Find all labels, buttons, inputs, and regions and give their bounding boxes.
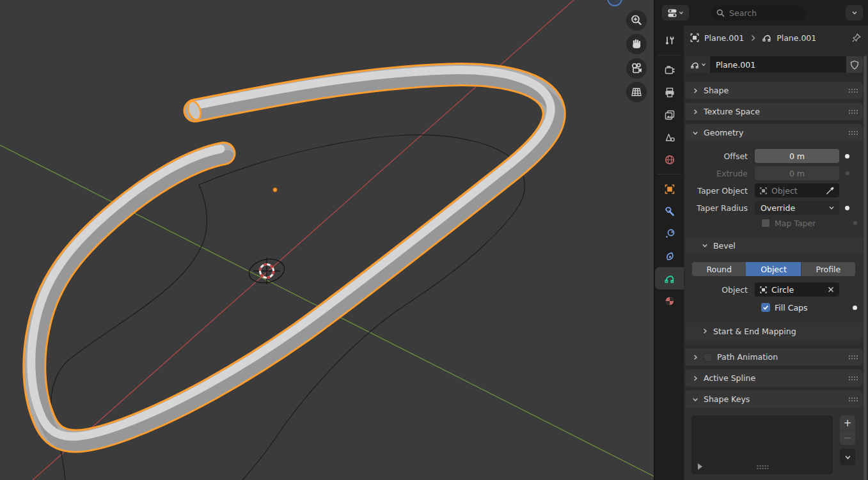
- list-filter-expand-icon[interactable]: [698, 463, 702, 470]
- tab-object[interactable]: [655, 178, 684, 200]
- bevel-mode-round[interactable]: Round: [692, 262, 746, 276]
- world-globe-icon: [664, 154, 675, 166]
- chevron-down-icon: [692, 130, 698, 136]
- pin-button[interactable]: [851, 33, 862, 43]
- drag-handle[interactable]: [848, 376, 858, 380]
- tab-tool[interactable]: [655, 29, 684, 52]
- fill-caps-checkbox[interactable]: [761, 303, 770, 312]
- curve-data-icon: [664, 273, 675, 284]
- editor-type-button[interactable]: [662, 5, 689, 20]
- panel-shape-keys-header[interactable]: Shape Keys: [685, 391, 863, 408]
- taper-object-field[interactable]: Object: [755, 183, 839, 197]
- chevron-right-icon: [692, 354, 698, 360]
- shield-icon: [850, 60, 859, 70]
- extrude-slider[interactable]: 0 m: [755, 166, 839, 180]
- drag-handle[interactable]: [848, 109, 858, 114]
- blender-window: Plane.001 Plane.001: [0, 0, 868, 480]
- drag-handle[interactable]: [848, 130, 858, 135]
- tab-scene[interactable]: [655, 126, 684, 148]
- offset-slider[interactable]: 0 m: [755, 149, 839, 163]
- tab-particles[interactable]: [655, 222, 684, 245]
- header-menu-button[interactable]: [846, 5, 863, 20]
- object-icon: [759, 286, 768, 294]
- check-icon: [762, 304, 769, 311]
- list-resize-grip[interactable]: [756, 465, 768, 469]
- taper-radius-dropdown[interactable]: Override: [755, 201, 839, 215]
- datablock-name-field[interactable]: Plane.001: [710, 56, 846, 73]
- drag-handle[interactable]: [848, 397, 858, 401]
- drag-handle[interactable]: [848, 355, 858, 359]
- viewport-scene: [0, 0, 654, 480]
- camera-view-button[interactable]: [626, 58, 647, 79]
- shape-keys-buttons: + −: [840, 415, 855, 465]
- panel-texture-space-header[interactable]: Texture Space: [685, 103, 863, 120]
- clear-x-icon[interactable]: [827, 286, 835, 293]
- shape-keys-list[interactable]: [691, 415, 833, 474]
- object-origin-dot: [273, 188, 278, 192]
- bevel-object-field[interactable]: Circle: [755, 283, 839, 297]
- subpanel-bevel-header[interactable]: Bevel: [685, 237, 863, 254]
- breadcrumb-object[interactable]: Plane.001: [704, 33, 744, 43]
- bevel-object-row: Object Circle: [691, 283, 863, 297]
- panel-active-spline-header[interactable]: Active Spline: [685, 369, 863, 387]
- bevel-mode-profile[interactable]: Profile: [801, 262, 855, 276]
- pan-button[interactable]: [626, 34, 647, 54]
- animate-dot[interactable]: [853, 306, 857, 310]
- search-box[interactable]: [711, 6, 806, 20]
- add-shape-key-button[interactable]: +: [840, 415, 855, 430]
- animate-dot[interactable]: [853, 221, 857, 225]
- offset-row: Offset 0 m: [691, 149, 863, 163]
- panel-path-animation: Path Animation: [685, 348, 863, 366]
- panel-list: Shape Texture Space: [684, 82, 868, 480]
- nav-gizmo-ball[interactable]: [608, 0, 622, 6]
- animate-dot[interactable]: [845, 154, 849, 159]
- tab-render[interactable]: [655, 59, 684, 81]
- breadcrumb-chevron-icon: [750, 35, 756, 42]
- curve-tube-selected: [31, 70, 557, 445]
- object-icon: [664, 183, 675, 195]
- bevel-mode-object[interactable]: Object: [746, 262, 800, 276]
- remove-shape-key-button[interactable]: −: [840, 430, 855, 445]
- properties-tab-strip: [655, 26, 684, 480]
- properties-content: Plane.001 Plane.001: [684, 26, 868, 480]
- curve-data-icon: [690, 60, 700, 70]
- animate-dot[interactable]: [845, 206, 849, 210]
- breadcrumb-data[interactable]: Plane.001: [777, 33, 816, 43]
- tab-material[interactable]: [655, 290, 684, 312]
- scrollbar[interactable]: [864, 56, 867, 480]
- subpanel-start-end-mapping-header[interactable]: Start & End Mapping: [685, 323, 863, 339]
- chevron-down-icon: [844, 454, 851, 461]
- tab-object-data[interactable]: [655, 267, 684, 290]
- eyedropper-icon[interactable]: [826, 186, 835, 195]
- viewport-3d[interactable]: [0, 0, 654, 480]
- object-icon: [759, 187, 768, 195]
- chevron-down-icon: [702, 242, 708, 249]
- map-taper-checkbox[interactable]: [761, 219, 770, 228]
- physics-icon: [664, 251, 675, 262]
- zoom-button[interactable]: [626, 10, 647, 31]
- search-input[interactable]: [729, 8, 793, 18]
- chevron-down-icon: [851, 10, 858, 16]
- tab-physics[interactable]: [655, 245, 684, 267]
- hand-icon: [630, 38, 643, 50]
- tab-output[interactable]: [655, 81, 684, 104]
- tab-separator: [658, 174, 681, 174]
- panel-geometry-header[interactable]: Geometry: [685, 124, 863, 141]
- panel-path-animation-header[interactable]: Path Animation: [685, 348, 863, 366]
- tab-view-layer[interactable]: [655, 104, 684, 126]
- properties-editor: Plane.001 Plane.001: [655, 0, 868, 480]
- tab-modifiers[interactable]: [655, 200, 684, 222]
- datablock-type-button[interactable]: [686, 56, 710, 73]
- animate-dot[interactable]: [846, 171, 849, 175]
- scene-icon: [664, 132, 675, 143]
- toggle-orthographic-button[interactable]: [626, 82, 647, 102]
- tab-world[interactable]: [655, 148, 684, 171]
- path-animation-checkbox[interactable]: [704, 353, 713, 362]
- object-icon: [690, 33, 700, 43]
- drag-handle[interactable]: [848, 88, 858, 93]
- shape-keys-specials-button[interactable]: [840, 449, 855, 465]
- panel-geometry: Geometry Offset 0 m: [685, 124, 863, 345]
- datablock-name-row: Plane.001: [686, 56, 863, 73]
- panel-shape-header[interactable]: Shape: [685, 82, 863, 99]
- fake-user-shield-button[interactable]: [846, 56, 863, 73]
